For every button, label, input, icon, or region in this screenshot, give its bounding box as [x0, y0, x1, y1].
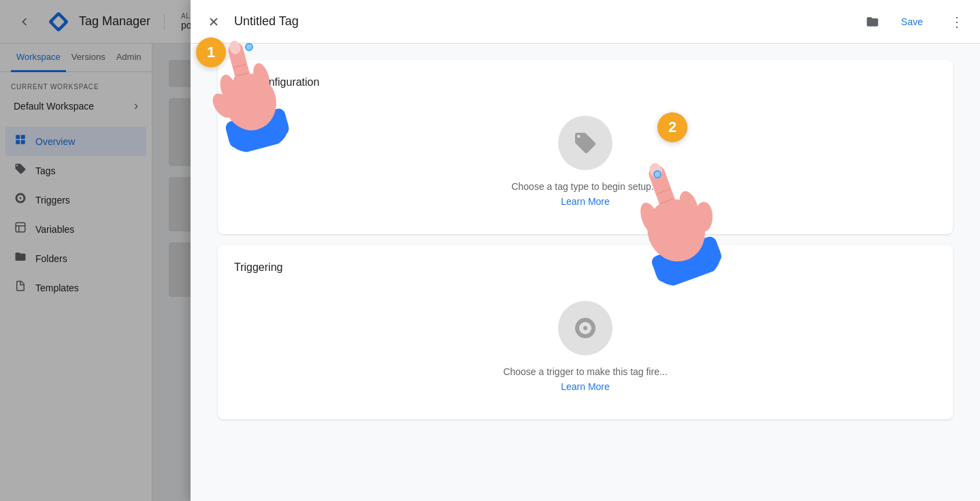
tag-config-title: Tag Configuration [234, 76, 936, 88]
more-options-button[interactable]: ⋮ [945, 11, 969, 33]
cursor-dot-1 [245, 43, 253, 51]
tag-config-learn-more[interactable]: Learn More [561, 196, 610, 207]
tag-placeholder-icon-circle [558, 116, 612, 170]
tag-configuration-card: Tag Configuration Choose a tag type to b… [218, 60, 953, 234]
step-badge-2: 2 [657, 112, 687, 142]
modal-header: Untitled Tag Save ⋮ [191, 0, 980, 44]
triggering-empty-text: Choose a trigger to make this tag fire..… [503, 366, 667, 377]
tag-config-empty-state: Choose a tag type to begin setup... Lear… [234, 102, 936, 218]
step-badge-1: 1 [196, 37, 226, 67]
close-button[interactable] [201, 10, 226, 34]
trigger-placeholder-icon [573, 316, 598, 340]
modal-body: Tag Configuration Choose a tag type to b… [191, 44, 980, 501]
tag-config-empty-text: Choose a tag type to begin setup... [511, 181, 659, 192]
cursor-dot-2 [653, 170, 662, 178]
triggering-title: Triggering [234, 261, 936, 274]
trigger-placeholder-icon-circle [558, 301, 612, 355]
modal-title: Untitled Tag [234, 14, 858, 29]
triggering-card: Triggering Choose a trigger to make this… [218, 245, 953, 419]
folder-button[interactable] [866, 15, 879, 29]
svg-point-16 [583, 326, 587, 330]
save-button[interactable]: Save [887, 11, 936, 33]
triggering-learn-more[interactable]: Learn More [561, 381, 610, 392]
modal-panel: Untitled Tag Save ⋮ Tag Configuration Ch… [191, 0, 980, 501]
triggering-empty-state: Choose a trigger to make this tag fire..… [234, 287, 936, 403]
tag-placeholder-icon [573, 131, 598, 155]
